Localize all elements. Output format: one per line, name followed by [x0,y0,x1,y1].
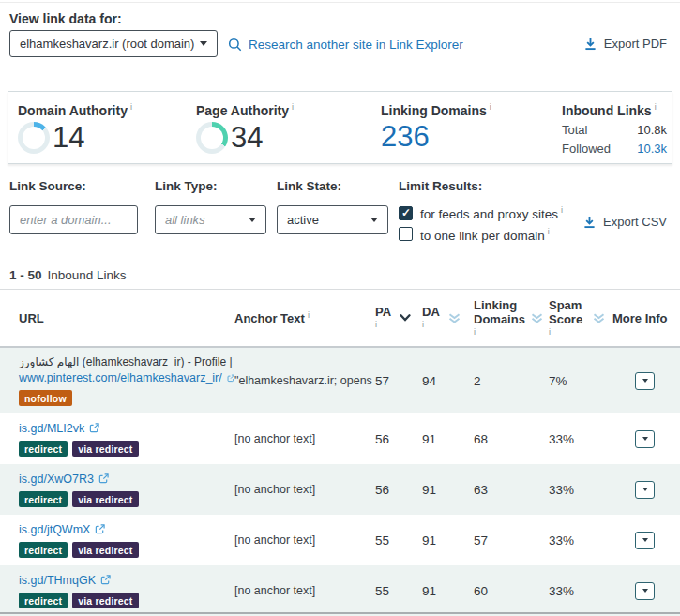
column-header-linking-domains[interactable]: Linking Domainsi [474,299,549,337]
spam-score-value: 33% [549,483,610,497]
more-info-button[interactable] [635,430,655,448]
results-count-suffix: Inbound Links [48,268,127,282]
search-icon [228,38,242,52]
link-type-dropdown[interactable]: all links [155,205,266,234]
redirect-badge: redirect [19,542,68,558]
anchor-text: [no anchor text] [234,584,375,597]
link-url[interactable]: is.gd/jtQWmX [19,523,234,536]
results-count-line: 1 - 50Inbound Links [9,268,127,282]
da-value: 91 [422,533,474,548]
inbound-links-metric: Inbound Linksi Total 10.8k Followed 10.3… [562,102,667,156]
sort-chevrons-icon[interactable] [531,313,543,323]
da-value: 91 [422,584,474,598]
pa-value: 56 [375,483,422,497]
link-state-label: Link State: [277,179,341,193]
export-csv-label: Export CSV [603,215,667,229]
linking-domains-label: Linking Domains [381,103,487,118]
sort-chevrons-icon[interactable] [593,313,605,323]
inbound-total-label: Total [562,123,587,137]
feeds-proxy-checkbox-row[interactable]: for feeds and proxy sitesi [399,205,563,221]
chevron-down-icon [642,589,648,593]
pa-value: 57 [375,374,422,388]
external-link-icon [89,423,99,433]
column-header-anchor-text: Anchor Texti [234,310,375,325]
limit-results-label: Limit Results: [399,179,482,193]
spam-score-value: 33% [549,533,610,548]
anchor-text: [no anchor text] [234,483,375,496]
external-link-icon [227,373,234,383]
sort-active-chevron-icon[interactable] [400,314,411,322]
link-url[interactable]: www.pinterest.com/elhamkeshavarz_ir/ [19,371,234,384]
link-url[interactable]: is.gd/MLI2vk [19,422,234,435]
table-row: is.gd/THmqGK redirect via redirect [no a… [0,565,680,616]
more-info-button[interactable] [635,372,655,390]
column-header-spam-score[interactable]: Spam Scorei [549,299,610,337]
info-icon[interactable]: i [490,102,491,112]
sort-chevrons-icon[interactable] [448,313,461,323]
column-header-pa[interactable]: PAi [375,306,422,329]
link-title: الهام كشاورز (elhamkeshavarz_ir) - Profi… [19,355,234,368]
nofollow-badge: nofollow [19,390,72,406]
results-count: 1 - 50 [9,268,42,282]
link-url[interactable]: is.gd/THmqGK [19,574,234,587]
info-icon[interactable]: i [422,320,440,329]
link-source-input[interactable] [9,205,138,234]
link-state-dropdown[interactable]: active [277,205,388,234]
one-link-checkbox[interactable] [399,227,413,241]
export-csv-button[interactable]: Export CSV [583,215,667,229]
info-icon[interactable]: i [130,102,132,112]
link-type-label: Link Type: [155,179,218,193]
domain-authority-metric: Domain Authorityi 14 [18,102,132,155]
inbound-links-table: URL Anchor Texti PAi DAi Linking Domains… [0,290,680,616]
info-icon[interactable]: i [292,102,294,112]
info-icon[interactable]: i [308,310,310,320]
external-link-icon [98,473,109,484]
more-info-button[interactable] [635,481,655,499]
spam-score-value: 33% [549,432,610,446]
page-authority-metric: Page Authorityi 34 [196,102,294,155]
research-another-site-link[interactable]: Research another site in Link Explorer [228,38,463,52]
via-redirect-badge: via redirect [72,441,138,457]
link-type-value: all links [165,213,205,227]
info-icon[interactable]: i [549,327,584,337]
site-selector-dropdown[interactable]: elhamkeshavarz.ir (root domain) [9,30,218,57]
redirect-badge: redirect [19,491,68,507]
anchor-text: "elhamkeshavarz.ir; opens a ... [234,374,375,387]
inbound-followed-label: Followed [562,142,611,156]
info-icon[interactable]: i [548,227,550,236]
info-icon[interactable]: i [375,320,391,329]
info-icon[interactable]: i [561,205,563,215]
column-header-da[interactable]: DAi [422,306,474,329]
one-link-checkbox-label: to one link per domain [420,228,545,242]
download-icon [583,216,596,229]
via-redirect-badge: via redirect [72,593,138,608]
info-icon[interactable]: i [474,327,522,337]
da-value: 91 [422,432,474,446]
column-header-more-info: More Info [610,311,680,325]
spam-score-value: 33% [549,584,610,598]
page-authority-gauge [196,122,228,154]
research-link-label: Research another site in Link Explorer [249,38,463,52]
domain-authority-gauge [18,122,50,154]
chevron-down-icon [642,379,648,383]
export-pdf-button[interactable]: Export PDF [584,37,667,51]
linking-domains-metric: Linking Domainsi 236 [381,102,491,154]
metrics-bar: Domain Authorityi 14 Page Authorityi 34 … [8,91,672,164]
feeds-proxy-checkbox[interactable] [399,206,413,220]
anchor-text: [no anchor text] [234,533,375,547]
table-row: is.gd/jtQWmX redirect via redirect [no a… [0,515,680,565]
download-icon [584,38,597,51]
inbound-followed-value[interactable]: 10.3k [637,142,667,156]
site-selector-value: elhamkeshavarz.ir (root domain) [20,37,194,51]
chevron-down-icon [642,538,648,542]
info-icon[interactable]: i [655,102,657,112]
one-link-checkbox-row[interactable]: to one link per domaini [399,227,563,243]
more-info-button[interactable] [635,582,655,600]
export-pdf-label: Export PDF [604,37,667,51]
linking-domains-value: 60 [474,584,549,598]
anchor-text: [no anchor text] [234,432,375,445]
link-url[interactable]: is.gd/XwO7R3 [19,473,234,486]
more-info-button[interactable] [635,532,655,549]
linking-domains-value: 2 [474,374,549,388]
da-value: 91 [422,483,474,497]
